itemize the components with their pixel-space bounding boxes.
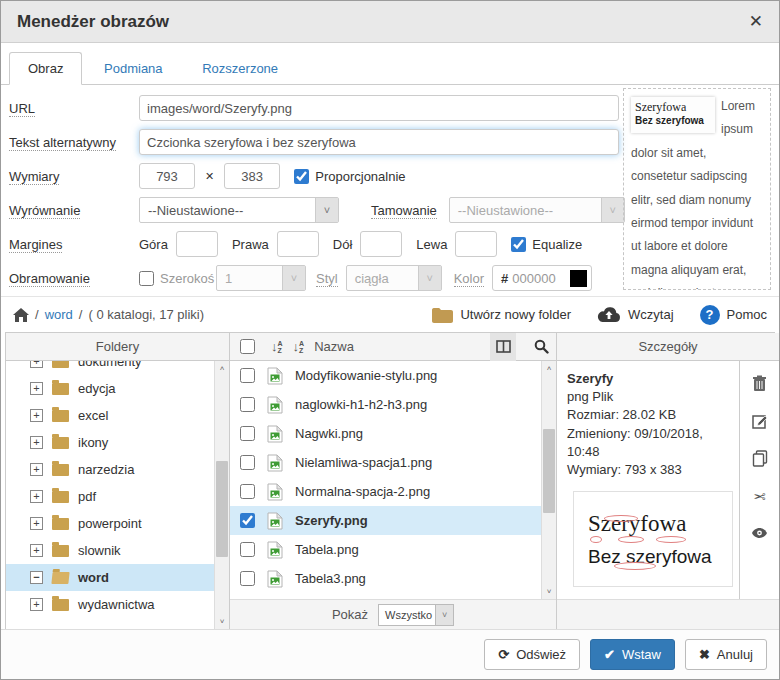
file-list-item[interactable]: Tabela.png <box>230 535 541 564</box>
file-manager: Foldery dokumenty <box>5 332 775 629</box>
file-name: Normalna-spacja-2.png <box>295 484 430 499</box>
close-icon[interactable]: ✕ <box>749 11 763 32</box>
margin-right-input[interactable] <box>277 231 319 257</box>
show-filter-select[interactable]: Wszystko <box>378 604 454 626</box>
file-list-item[interactable]: Szeryfy.png <box>230 506 541 535</box>
tree-expander-icon[interactable] <box>30 382 43 395</box>
folder-tree-item[interactable]: narzedzia <box>6 456 214 483</box>
url-input[interactable] <box>139 95 619 121</box>
select-all-checkbox[interactable] <box>240 339 255 354</box>
folder-tree-item[interactable]: edycja <box>6 375 214 402</box>
breadcrumb-folder-link[interactable]: word <box>45 307 73 322</box>
file-list-item[interactable]: Nagwki.png <box>230 419 541 448</box>
folders-scrollbar[interactable]: ˄ ˅ <box>214 361 229 629</box>
border-color-input[interactable]: # 000000 <box>492 265 592 291</box>
tree-expander-icon[interactable] <box>30 571 43 584</box>
sort-desc-icon[interactable]: ↓ AZ <box>293 339 305 354</box>
tree-expander-icon[interactable] <box>30 436 43 449</box>
folders-scroll-thumb[interactable] <box>216 461 228 557</box>
files-scroll-thumb[interactable] <box>543 429 555 513</box>
new-folder-label: Utwórz nowy folder <box>460 307 571 322</box>
file-checkbox[interactable] <box>240 484 255 499</box>
file-checkbox[interactable] <box>240 455 255 470</box>
sort-asc-icon[interactable]: ↓ AZ <box>271 339 283 354</box>
folder-tree-item[interactable]: wydawnictwa <box>6 591 214 618</box>
folder-name: powerpoint <box>78 516 142 531</box>
details-preview-sans-text: Bez szeryfowa <box>588 544 732 571</box>
view-icon[interactable] <box>751 527 768 539</box>
details-footer <box>557 599 779 629</box>
scroll-up-icon[interactable]: ˄ <box>547 364 552 373</box>
folder-tree-item[interactable]: dokumenty <box>6 361 214 375</box>
folder-name: wydawnictwa <box>78 597 155 612</box>
file-checkbox[interactable] <box>240 426 255 441</box>
tree-expander-icon[interactable] <box>30 409 43 422</box>
align-select[interactable]: --Nieustawione-- <box>139 197 339 223</box>
file-checkbox[interactable] <box>240 542 255 557</box>
equalize-checkbox[interactable] <box>511 237 526 252</box>
file-list-item[interactable]: naglowki-h1-h2-h3.png <box>230 390 541 419</box>
folder-tree-item[interactable]: ikony <box>6 429 214 456</box>
folder-tree-item[interactable]: slownik <box>6 537 214 564</box>
image-manager-dialog: Menedżer obrazów ✕ Obraz Podmiana Rozsze… <box>0 0 780 680</box>
tree-expander-icon[interactable] <box>30 463 43 476</box>
copy-icon[interactable] <box>752 450 768 467</box>
file-list-item[interactable]: Normalna-spacja-2.png <box>230 477 541 506</box>
new-folder-button[interactable]: Utwórz nowy folder <box>431 307 571 323</box>
tree-expander-icon[interactable] <box>30 598 43 611</box>
folder-tree-item[interactable]: powerpoint <box>6 510 214 537</box>
insert-label: Wstaw <box>622 647 661 662</box>
home-icon[interactable] <box>13 308 29 322</box>
scroll-up-icon[interactable]: ˄ <box>220 364 225 373</box>
columns-view-icon[interactable] <box>490 333 516 361</box>
file-details: Szeryfy png Plik Rozmiar: 28.02 KB Zmien… <box>557 361 739 599</box>
file-checkbox[interactable] <box>240 571 255 586</box>
alt-text-input[interactable] <box>139 129 619 155</box>
details-size: Rozmiar: 28.02 KB <box>567 406 733 424</box>
margin-left-input[interactable] <box>455 231 497 257</box>
tree-expander-icon[interactable] <box>30 361 43 368</box>
border-width-select[interactable]: 1 <box>216 265 306 291</box>
preview-thumb-serif-text: Szeryfowa <box>635 100 711 114</box>
file-checkbox[interactable] <box>240 513 255 528</box>
width-input[interactable] <box>139 163 195 189</box>
clear-select[interactable]: --Nieustawione-- <box>449 197 625 223</box>
file-list-item[interactable]: Nielamliwa-spacja1.png <box>230 448 541 477</box>
tree-expander-icon[interactable] <box>30 490 43 503</box>
file-list-item[interactable]: Tabela3.png <box>230 564 541 593</box>
refresh-button[interactable]: ⟳ Odśwież <box>484 639 580 670</box>
margin-bottom-input[interactable] <box>360 231 402 257</box>
folder-icon <box>52 545 69 557</box>
insert-button[interactable]: ✔ Wstaw <box>590 639 675 670</box>
file-checkbox[interactable] <box>240 397 255 412</box>
folder-tree-item[interactable]: word <box>6 564 214 591</box>
scroll-down-icon[interactable]: ˅ <box>547 587 552 596</box>
file-checkbox[interactable] <box>240 368 255 383</box>
delete-icon[interactable] <box>752 375 767 392</box>
tab-obraz[interactable]: Obraz <box>9 52 82 85</box>
upload-button[interactable]: Wczytaj <box>597 306 674 323</box>
tree-expander-icon[interactable] <box>30 517 43 530</box>
file-name: Nielamliwa-spacja1.png <box>295 455 432 470</box>
rename-icon[interactable] <box>752 413 768 429</box>
files-scrollbar[interactable]: ˄ ˅ <box>541 361 556 599</box>
tree-expander-icon[interactable] <box>30 544 43 557</box>
proportional-checkbox[interactable] <box>294 169 309 184</box>
image-file-icon <box>267 483 283 501</box>
color-swatch[interactable] <box>570 270 587 287</box>
folder-tree-item[interactable]: excel <box>6 402 214 429</box>
border-checkbox[interactable] <box>139 271 154 286</box>
scroll-down-icon[interactable]: ˅ <box>220 617 225 626</box>
cancel-button[interactable]: ✖ Anuluj <box>685 639 767 670</box>
cut-icon[interactable]: ✂ <box>753 488 766 506</box>
tab-rozszerzone[interactable]: Rozszerzone <box>184 53 296 84</box>
folder-tree-item[interactable]: pdf <box>6 483 214 510</box>
height-input[interactable] <box>224 163 280 189</box>
margin-top-input[interactable] <box>176 231 218 257</box>
file-list-item[interactable]: Modyfikowanie-stylu.png <box>230 361 541 390</box>
border-style-select[interactable]: ciągła <box>346 265 442 291</box>
help-button[interactable]: ? Pomoc <box>700 305 767 325</box>
search-icon[interactable] <box>526 333 556 361</box>
tab-podmiana[interactable]: Podmiana <box>86 53 181 84</box>
folder-icon <box>52 518 69 530</box>
